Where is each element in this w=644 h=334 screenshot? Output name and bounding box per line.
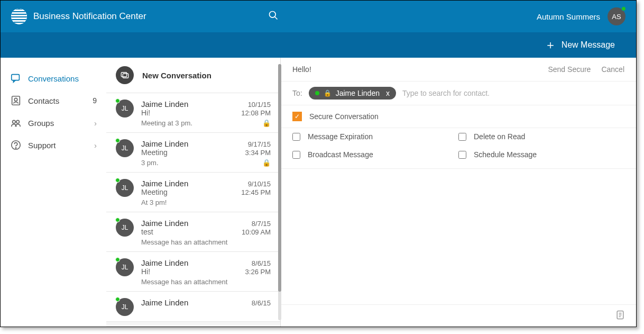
search-area xyxy=(146,10,537,23)
conversation-items: JL Jaime Linden 10/1/15 Hi! 12:08 PM Mee… xyxy=(106,93,280,322)
conversation-item[interactable]: JL Jaime Linden 8/7/15 test 10:09 AM Mes… xyxy=(106,212,280,252)
chevron-right-icon: › xyxy=(94,119,97,128)
svg-line-1 xyxy=(274,17,277,20)
option-label: Schedule Message xyxy=(474,150,537,159)
remove-recipient-icon[interactable]: x xyxy=(384,89,390,97)
avatar-wrap: JL xyxy=(116,139,134,167)
conversation-item[interactable]: JL Jaime Linden 8/6/15 xyxy=(106,292,280,322)
compose-body[interactable] xyxy=(281,169,636,304)
svg-rect-9 xyxy=(121,73,127,77)
conversation-name: Jaime Linden xyxy=(141,298,188,307)
secure-checkbox[interactable]: ✓ xyxy=(292,112,302,121)
support-icon xyxy=(10,139,22,151)
svg-rect-2 xyxy=(12,75,20,80)
conversation-item[interactable]: JL Jaime Linden 9/17/15 Meeting 3:34 PM … xyxy=(106,133,280,173)
sidebar-item-conversations[interactable]: Conversations xyxy=(1,67,106,89)
header-top: Business Notification Center Autumn Summ… xyxy=(1,1,636,32)
svg-rect-3 xyxy=(12,96,20,105)
conversation-subject: Hi! xyxy=(141,109,150,117)
compose-options: Message Expiration Delete on Read Broadc… xyxy=(281,128,636,169)
sidebar-item-label: Conversations xyxy=(28,74,97,83)
body: Conversations Contacts 9 Groups › xyxy=(1,58,636,327)
conversation-subject: Meeting xyxy=(141,188,168,196)
sidebar-item-support[interactable]: Support › xyxy=(1,134,106,156)
new-message-label: New Message xyxy=(562,40,615,50)
conversation-snippet: Message has an attachment xyxy=(141,278,227,286)
conversation-time: 3:26 PM xyxy=(245,268,271,276)
conversation-date: 10/1/15 xyxy=(248,101,271,109)
subject-input[interactable]: Hello! xyxy=(292,65,548,74)
conversation-name: Jaime Linden xyxy=(141,258,188,267)
option-message-expiration[interactable]: Message Expiration xyxy=(292,132,458,141)
contacts-icon xyxy=(10,95,22,106)
sidebar-item-groups[interactable]: Groups › xyxy=(1,112,106,134)
recipient-chip[interactable]: 🔒 Jaime Linden x xyxy=(309,87,396,100)
att-logo-icon xyxy=(11,8,27,24)
groups-icon xyxy=(10,117,22,129)
conversation-item[interactable]: JL Jaime Linden 8/6/15 Hi! 3:26 PM Messa… xyxy=(106,252,280,292)
attachment-icon[interactable] xyxy=(615,310,625,322)
svg-rect-10 xyxy=(123,74,128,78)
option-schedule-message[interactable]: Schedule Message xyxy=(458,150,624,159)
user-area: Autumn Summers AS xyxy=(537,7,625,25)
header-sub: ＋ New Message xyxy=(1,32,636,58)
cancel-button[interactable]: Cancel xyxy=(601,65,624,74)
sidebar-item-count: 9 xyxy=(93,96,97,105)
conversation-subject: Hi! xyxy=(141,267,150,276)
sidebar-item-label: Contacts xyxy=(28,96,86,105)
conversation-item[interactable]: JL Jaime Linden 9/10/15 Meeting 12:45 PM… xyxy=(106,173,280,212)
checkbox[interactable] xyxy=(292,133,300,141)
conversation-subject: test xyxy=(141,228,153,236)
lock-icon: 🔒 xyxy=(324,89,332,97)
secure-conversation-row[interactable]: ✓ Secure Conversation xyxy=(281,105,636,128)
conversation-content: Jaime Linden 8/7/15 test 10:09 AM Messag… xyxy=(141,219,271,246)
avatar-wrap: JL xyxy=(116,219,134,246)
checkbox[interactable] xyxy=(458,133,466,141)
status-dot-icon xyxy=(115,98,120,103)
search-icon[interactable] xyxy=(268,10,279,23)
compose-bottom xyxy=(281,304,636,327)
conversation-date: 9/10/15 xyxy=(248,180,271,188)
checkbox[interactable] xyxy=(458,151,466,159)
new-conversation-header[interactable]: New Conversation xyxy=(106,58,280,93)
status-dot-icon xyxy=(115,178,120,183)
conversation-content: Jaime Linden 9/10/15 Meeting 12:45 PM At… xyxy=(141,179,271,206)
avatar-wrap: JL xyxy=(116,258,134,286)
conversation-list: New Conversation JL Jaime Linden 10/1/15… xyxy=(106,58,281,327)
current-user-avatar[interactable]: AS xyxy=(608,7,625,25)
conversation-time: 3:34 PM xyxy=(245,149,271,157)
svg-point-5 xyxy=(13,120,15,123)
scrollbar[interactable] xyxy=(277,58,282,327)
conversation-item[interactable]: JL Jaime Linden 10/1/15 Hi! 12:08 PM Mee… xyxy=(106,93,280,133)
checkbox[interactable] xyxy=(292,151,300,159)
avatar-wrap: JL xyxy=(116,179,134,206)
new-message-button[interactable]: ＋ New Message xyxy=(545,37,615,53)
lock-icon: 🔒 xyxy=(262,119,271,127)
conversation-content: Jaime Linden 9/17/15 Meeting 3:34 PM 3 p… xyxy=(141,139,271,167)
chat-icon xyxy=(10,73,22,84)
sidebar-item-contacts[interactable]: Contacts 9 xyxy=(1,89,106,112)
send-secure-button[interactable]: Send Secure xyxy=(548,65,591,74)
option-delete-on-read[interactable]: Delete on Read xyxy=(458,132,624,141)
option-label: Broadcast Message xyxy=(308,150,373,159)
sidebar-item-label: Support xyxy=(28,141,88,150)
status-dot-icon xyxy=(115,257,120,262)
conversation-date: 9/17/15 xyxy=(248,140,271,148)
svg-point-0 xyxy=(269,12,275,18)
new-conversation-label: New Conversation xyxy=(142,71,211,80)
plus-icon: ＋ xyxy=(545,37,556,53)
avatar-wrap: JL xyxy=(116,298,134,316)
conversation-time: 12:45 PM xyxy=(241,188,271,196)
conversation-time: 10:09 AM xyxy=(242,228,271,236)
option-broadcast-message[interactable]: Broadcast Message xyxy=(292,150,458,159)
status-dot-icon xyxy=(115,218,120,222)
compose-top: Hello! Send Secure Cancel xyxy=(281,58,636,82)
status-dot-icon xyxy=(315,91,319,95)
sidebar: Conversations Contacts 9 Groups › xyxy=(1,58,106,327)
scroll-thumb[interactable] xyxy=(278,64,281,292)
svg-point-4 xyxy=(14,98,17,101)
conversation-content: Jaime Linden 8/6/15 Hi! 3:26 PM Message … xyxy=(141,258,271,286)
conversation-date: 8/7/15 xyxy=(252,220,271,228)
to-input[interactable] xyxy=(402,89,624,97)
conversation-date: 8/6/15 xyxy=(252,259,271,267)
